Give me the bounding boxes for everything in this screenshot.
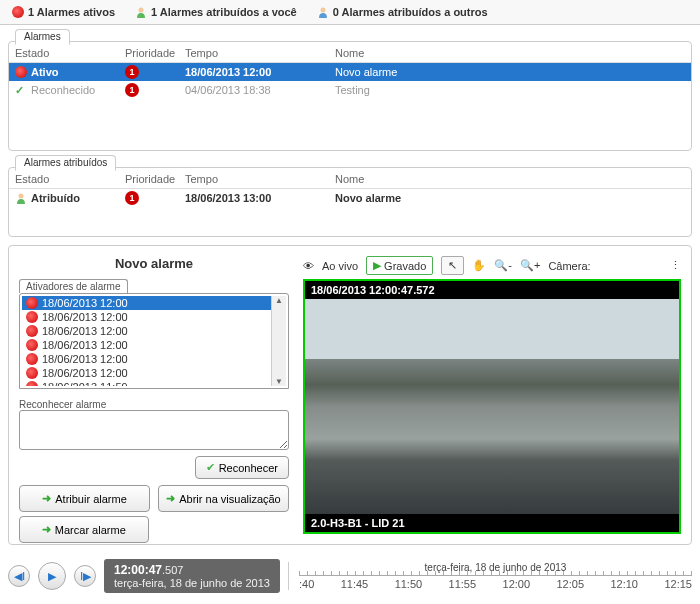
assigned-you-text: 1 Alarmes atribuídos a você: [151, 6, 297, 18]
alarms-tab[interactable]: Alarmes: [15, 29, 70, 45]
assign-button[interactable]: ➜Atribuir alarme: [19, 485, 150, 512]
step-fwd-button[interactable]: Ⅰ▶: [74, 565, 96, 587]
video-camera-id: 2.0-H3-B1 - LID 21: [305, 514, 679, 532]
check-icon: ✔: [206, 461, 215, 474]
active-alarms-status: 1 Alarmes ativos: [12, 6, 115, 18]
user-blue-icon: [317, 6, 329, 18]
trigger-row[interactable]: 18/06/2013 12:00: [22, 352, 271, 366]
active-alarms-text: 1 Alarmes ativos: [28, 6, 115, 18]
assigned-you-status: 1 Alarmes atribuídos a você: [135, 6, 297, 18]
alarm-time: 04/06/2013 18:38: [185, 84, 335, 96]
assigned-name: Novo alarme: [335, 192, 685, 204]
eye-icon: 👁: [303, 260, 314, 272]
pan-tool[interactable]: ✋: [472, 259, 486, 272]
alarms-header: Estado Prioridade Tempo Nome: [9, 44, 691, 63]
led-red-icon: [12, 6, 24, 18]
alarm-row[interactable]: ✓Reconhecido 1 04/06/2013 18:38 Testing: [9, 81, 691, 99]
arrow-right-icon: ➜: [166, 492, 175, 505]
priority-badge: 1: [125, 191, 139, 205]
assigned-time: 18/06/2013 13:00: [185, 192, 335, 204]
check-icon: ✓: [15, 84, 27, 96]
assigned-header: Estado Prioridade Tempo Nome: [9, 170, 691, 189]
assigned-panel: Alarmes atribuídos Estado Prioridade Tem…: [8, 167, 692, 237]
triggers-list: 18/06/2013 12:00 18/06/2013 12:00 18/06/…: [19, 293, 289, 389]
alarm-state: Ativo: [31, 66, 59, 78]
alarm-state: Reconhecido: [31, 84, 95, 96]
user-green-icon: [135, 6, 147, 18]
svg-point-2: [19, 194, 24, 199]
timeline[interactable]: terça-feira, 18 de junho de 2013 :40 11:…: [288, 562, 692, 590]
led-red-icon: [15, 66, 27, 78]
time-display: 12:00:47.507 terça-feira, 18 de junho de…: [104, 559, 280, 593]
col-priority[interactable]: Prioridade: [125, 47, 185, 59]
video-timestamp: 18/06/2013 12:00:47.572: [305, 281, 679, 299]
col-time[interactable]: Tempo: [185, 47, 335, 59]
col-name[interactable]: Nome: [335, 47, 685, 59]
trigger-row[interactable]: 18/06/2013 12:00: [22, 366, 271, 380]
col-time[interactable]: Tempo: [185, 173, 335, 185]
trigger-row[interactable]: 18/06/2013 11:59: [22, 380, 271, 386]
trigger-row[interactable]: 18/06/2013 12:00: [22, 338, 271, 352]
alarm-time: 18/06/2013 12:00: [185, 66, 335, 78]
video-frame: [305, 299, 679, 514]
trigger-row[interactable]: 18/06/2013 12:00: [22, 310, 271, 324]
alarms-panel: Alarmes Estado Prioridade Tempo Nome Ati…: [8, 41, 692, 151]
ack-label: Reconhecer alarme: [19, 399, 289, 410]
assigned-state: Atribuído: [31, 192, 80, 204]
bookmark-button[interactable]: ➜Marcar alarme: [19, 516, 149, 543]
playback-bar: ◀Ⅰ ▶ Ⅰ▶ 12:00:47.507 terça-feira, 18 de …: [0, 553, 700, 599]
led-red-icon: [26, 367, 38, 379]
col-priority[interactable]: Prioridade: [125, 173, 185, 185]
zoom-out-tool[interactable]: 🔍-: [494, 259, 512, 272]
assigned-tab[interactable]: Alarmes atribuídos: [15, 155, 116, 171]
pointer-tool[interactable]: ↖: [441, 256, 464, 275]
svg-point-0: [139, 8, 144, 13]
trigger-row[interactable]: 18/06/2013 12:00: [22, 324, 271, 338]
led-red-icon: [26, 325, 38, 337]
live-label[interactable]: Ao vivo: [322, 260, 358, 272]
play-button[interactable]: ▶: [38, 562, 66, 590]
detail-panel: Novo alarme Ativadores de alarme 18/06/2…: [8, 245, 692, 545]
arrow-right-icon: ➜: [42, 523, 51, 536]
trigger-row[interactable]: 18/06/2013 12:00: [22, 296, 271, 310]
camera-label: Câmera:: [548, 260, 590, 272]
open-view-button[interactable]: ➜Abrir na visualização: [158, 485, 289, 512]
svg-point-1: [320, 8, 325, 13]
arrow-right-icon: ➜: [42, 492, 51, 505]
assigned-others-text: 0 Alarmes atribuídos a outros: [333, 6, 488, 18]
led-red-icon: [26, 381, 38, 386]
alarm-name: Testing: [335, 84, 685, 96]
video-viewport[interactable]: 18/06/2013 12:00:47.572 2.0-H3-B1 - LID …: [303, 279, 681, 534]
assigned-others-status: 0 Alarmes atribuídos a outros: [317, 6, 488, 18]
triggers-label: Ativadores de alarme: [19, 279, 128, 293]
alarm-name: Novo alarme: [335, 66, 685, 78]
triggers-scrollbar[interactable]: ▲▼: [271, 296, 286, 386]
alarm-row[interactable]: Ativo 1 18/06/2013 12:00 Novo alarme: [9, 63, 691, 81]
ack-textarea[interactable]: [19, 410, 289, 450]
priority-badge: 1: [125, 65, 139, 79]
led-red-icon: [26, 311, 38, 323]
user-green-icon: [15, 192, 27, 204]
menu-icon[interactable]: ⋮: [670, 259, 681, 272]
priority-badge: 1: [125, 83, 139, 97]
led-red-icon: [26, 339, 38, 351]
col-name[interactable]: Nome: [335, 173, 685, 185]
led-red-icon: [26, 297, 38, 309]
assigned-row[interactable]: Atribuído 1 18/06/2013 13:00 Novo alarme: [9, 189, 691, 207]
col-state[interactable]: Estado: [15, 47, 125, 59]
step-back-button[interactable]: ◀Ⅰ: [8, 565, 30, 587]
zoom-in-tool[interactable]: 🔍+: [520, 259, 540, 272]
col-state[interactable]: Estado: [15, 173, 125, 185]
play-icon: ▶: [373, 259, 381, 272]
led-red-icon: [26, 353, 38, 365]
recorded-button[interactable]: ▶Gravado: [366, 256, 433, 275]
ack-button[interactable]: ✔Reconhecer: [195, 456, 289, 479]
detail-title: Novo alarme: [19, 256, 289, 271]
